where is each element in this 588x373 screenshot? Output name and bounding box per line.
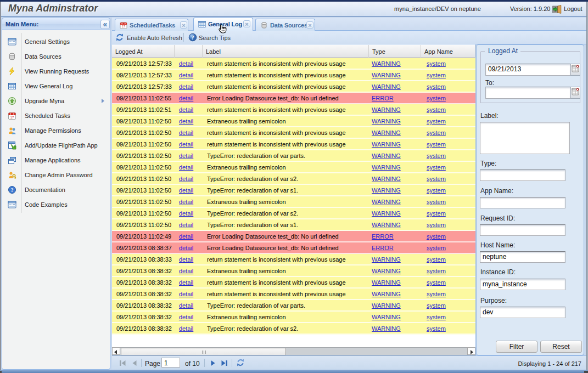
svg-text:?: ? (192, 35, 194, 41)
svg-text:17: 17 (10, 116, 14, 119)
svg-text:17: 17 (122, 25, 125, 28)
svg-text:?: ? (11, 188, 14, 193)
